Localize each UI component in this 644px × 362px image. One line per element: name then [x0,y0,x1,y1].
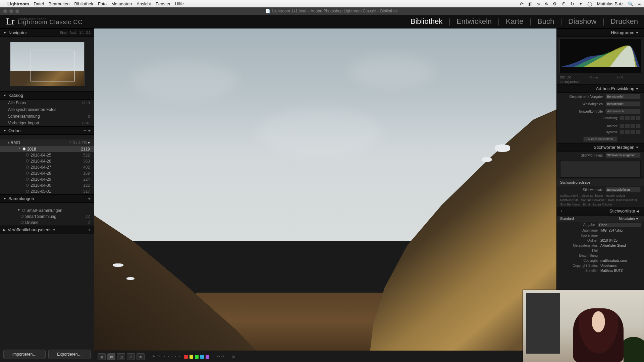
keyword-suggestion[interactable]: Natalie Geiger [606,194,625,197]
grid-view-button[interactable]: ▦ [98,353,106,360]
folder-date[interactable]: ▢2018-05-01317 [0,188,94,194]
keyword-suggestion[interactable]: Melissa Kiehl [560,194,578,197]
folder-date[interactable]: ▢2018-04-25522 [0,152,94,158]
import-button[interactable]: Importieren… [3,350,46,359]
color-red[interactable] [184,355,188,359]
module-diashow[interactable]: Diashow [568,17,596,26]
folder-year[interactable]: ▼▣20182119 [0,146,94,152]
color-purple[interactable] [206,355,209,359]
loupe-view[interactable] [94,28,556,351]
histogram[interactable] [559,39,641,73]
collection-item[interactable]: ▢Drohne2 [0,220,94,226]
publish-header[interactable]: ▶Veröffentlichungsdienste+ [0,226,94,234]
flag-reject-icon[interactable]: ⚐ [157,355,160,359]
menu-fenster[interactable]: Fenster [156,1,170,6]
zoom-3-1[interactable]: 3:1 [86,31,91,35]
keywording-header[interactable]: Stichwörter festlegen ▼ [557,143,644,152]
menubar-icon[interactable]: ◯ [587,1,592,6]
metadata-value[interactable] [600,249,641,252]
metadata-value[interactable]: matthiasbutz.com [600,259,641,262]
menu-foto[interactable]: Foto [98,1,107,6]
menubar-icon[interactable]: ≡ [638,1,641,6]
keyword-suggestion[interactable]: Email [583,203,591,206]
original-checkbox[interactable]: ☐ Originalfoto [557,80,644,84]
reset-button[interactable]: Alles zurücksetzen [583,136,617,142]
rating-stars[interactable]: • • • • • [164,355,180,359]
menu-bearbeiten[interactable]: Bearbeiten [49,1,70,6]
collection-item[interactable]: ▢Smart Sammlung22 [0,214,94,220]
folder-date[interactable]: ▢2018-04-26363 [0,158,94,164]
menubar-icon[interactable]: ⎋ [537,1,540,6]
menubar-icon[interactable]: ⟳ [520,1,524,6]
metadata-value[interactable]: Aktuellster Stand [600,244,641,247]
minimize-icon[interactable] [9,9,13,13]
navigator-header[interactable]: ▼Navigator Einp. Ausf. 1:1 3:1 [0,28,94,37]
kw-tags-mode[interactable]: Stichwörter eingeben [605,153,641,158]
keyword-suggestion[interactable]: Sina Benkisser [560,203,580,206]
metadata-value[interactable]: Unbekannt [600,264,641,267]
plus-icon[interactable]: + [88,128,91,133]
zoom-fit[interactable]: Einp. [60,31,68,35]
menu-bibliothek[interactable]: Bibliothek [74,1,93,6]
module-bibliothek[interactable]: Bibliothek [411,17,442,26]
drive-row[interactable]: ▪ RAID2,3 / 4 TB ▾ [0,139,94,146]
minus-icon[interactable]: − [84,128,86,133]
app-menu[interactable]: Lightroom [7,1,29,6]
catalog-prev-import[interactable]: Vorheriger Import1797 [0,120,94,126]
compare-view-button[interactable]: ◫ [117,353,125,360]
keyword-input[interactable] [560,160,641,178]
vibrance-stepper[interactable] [620,130,641,134]
tone-auto[interactable]: Automatisch [605,109,641,114]
chevron-down-icon[interactable]: ▾ [88,140,90,145]
plus-icon[interactable]: + [560,208,563,214]
spotlight-icon[interactable]: 🔍 [628,1,633,6]
color-green[interactable] [195,355,199,359]
keyword-suggestion[interactable]: Karl-Heinz Bandemer [608,198,637,202]
menubar-icon[interactable]: ✦ [579,1,583,6]
menubar-icon[interactable]: ⚙ [553,1,557,6]
keyword-suggestion[interactable]: Aileen Benkisser [581,194,603,197]
module-buch[interactable]: Buch [537,17,554,26]
maximize-icon[interactable] [15,9,19,13]
collection-smart-group[interactable]: ▶▢Smart-Sammlungen [0,207,94,214]
color-blue[interactable] [200,355,204,359]
module-karte[interactable]: Karte [506,17,524,26]
collections-header[interactable]: ▼Sammlungen+ [0,194,94,203]
menu-ansicht[interactable]: Ansicht [137,1,151,6]
metadata-value[interactable]: Matthias BUTZ [600,269,641,273]
kw-sugg-header[interactable]: Stichwortvorschläge [557,179,644,186]
menubar-user[interactable]: Matthias Butz [597,1,624,6]
folder-date[interactable]: ▢2018-04-27402 [0,164,94,170]
metadata-header[interactable]: Standard Metadaten ▼ [557,215,644,222]
menu-datei[interactable]: Datei [34,1,44,6]
menubar-icon[interactable]: ↻ [571,1,574,6]
module-entwickeln[interactable]: Entwickeln [457,17,492,26]
zoom-fill[interactable]: Ausf. [69,31,77,35]
menubar-icon[interactable]: ◧ [528,1,532,6]
color-yellow[interactable] [190,355,193,359]
zoom-1-1[interactable]: 1:1 [79,31,84,35]
survey-view-button[interactable]: ⊞ [127,353,135,360]
menu-hilfe[interactable]: Hilfe [175,1,184,6]
metadata-value[interactable]: 2018-04-25 [600,239,641,242]
menubar-icon[interactable]: ⏱ [561,1,566,6]
keywordlist-header[interactable]: +Stichwortliste ◀ [557,207,644,215]
people-view-button[interactable]: ☻ [137,353,145,360]
flag-pick-icon[interactable]: ⚑ [152,355,155,359]
rotate-cw-icon[interactable]: ↷ [221,355,224,359]
catalog-header[interactable]: ▼Katalog [0,91,94,100]
keyword-suggestion[interactable]: Laura Polidori [593,203,612,206]
loupe-view-button[interactable]: ▭ [107,353,115,360]
navigator-crop-rect[interactable] [31,51,75,81]
rotate-ccw-icon[interactable]: ↶ [217,355,220,359]
menu-metadaten[interactable]: Metadaten [111,1,132,6]
metadata-value[interactable] [600,234,641,237]
preset-select[interactable]: Benutzerdef. [605,94,641,99]
meta-template-select[interactable]: Ohne [598,223,641,227]
exposure-stepper[interactable] [620,116,641,120]
grid-overlay-icon[interactable]: ⊞ [232,355,235,359]
catalog-synced[interactable]: Alle synchronisierten Fotos [0,106,94,113]
keyword-suggestion[interactable]: Sabrina Benkisser [581,198,606,202]
quickdev-header[interactable]: Ad-hoc-Entwicklung ▼ [557,84,644,93]
metadata-value[interactable]: IMG_2347.dng [600,229,641,232]
